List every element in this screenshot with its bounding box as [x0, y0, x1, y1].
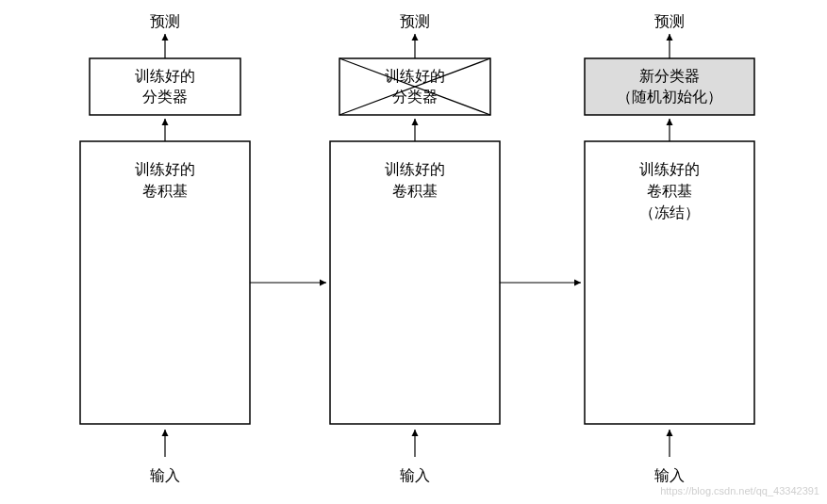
classifier-text-3a: 新分类器 [639, 68, 700, 84]
base-text-2a: 训练好的 [385, 161, 445, 177]
prediction-label-3: 预测 [654, 13, 685, 29]
classifier-text-1b: 分类器 [142, 89, 188, 105]
classifier-text-2a: 训练好的 [385, 68, 445, 84]
column-1: 预测 训练好的 分类器 训练好的 卷积基 输入 [80, 13, 250, 483]
column-3: 预测 新分类器 （随机初始化） 训练好的 卷积基 （冻结） 输入 [585, 13, 754, 483]
classifier-box-1 [90, 58, 240, 115]
input-label-1: 输入 [150, 467, 180, 483]
base-text-2b: 卷积基 [392, 183, 438, 199]
base-text-1b: 卷积基 [142, 183, 188, 199]
classifier-text-3b: （随机初始化） [617, 89, 722, 105]
base-text-3a: 训练好的 [639, 161, 700, 177]
base-text-3c: （冻结） [639, 204, 700, 220]
classifier-text-1a: 训练好的 [135, 68, 195, 84]
base-text-1a: 训练好的 [135, 161, 195, 177]
prediction-label-1: 预测 [150, 13, 180, 29]
classifier-text-2b: 分类器 [392, 89, 438, 105]
input-label-3: 输入 [654, 467, 685, 483]
column-2: 预测 训练好的 分类器 训练好的 卷积基 输入 [330, 13, 500, 483]
input-label-2: 输入 [400, 467, 430, 483]
prediction-label-2: 预测 [400, 13, 430, 29]
diagram-svg: 预测 训练好的 分类器 训练好的 卷积基 输入 预测 训练好的 分类器 训练好的… [0, 0, 827, 504]
base-text-3b: 卷积基 [647, 183, 692, 199]
watermark-text: https://blog.csdn.net/qq_43342391 [660, 485, 819, 496]
classifier-box-3 [585, 58, 754, 115]
